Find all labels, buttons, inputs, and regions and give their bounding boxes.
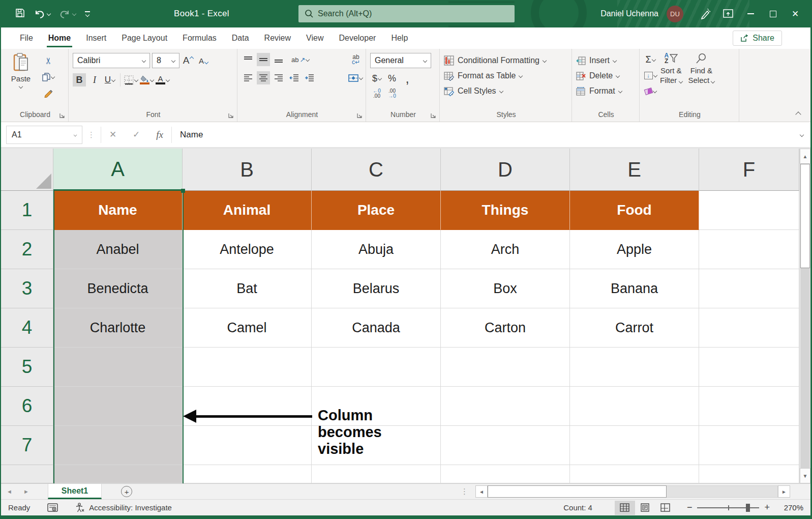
- scroll-down-icon[interactable]: ▼: [800, 468, 810, 483]
- cell-F7[interactable]: [699, 426, 799, 465]
- increase-indent-button[interactable]: [303, 71, 316, 84]
- dialog-launcher-icon[interactable]: [59, 112, 65, 119]
- cell-B4[interactable]: Camel: [183, 308, 312, 348]
- copy-button[interactable]: [42, 70, 55, 83]
- page-break-preview-button[interactable]: [655, 501, 676, 515]
- format-as-table-button[interactable]: Format as Table: [444, 68, 568, 83]
- minimize-button[interactable]: [739, 0, 762, 27]
- cell-D5[interactable]: [441, 348, 570, 387]
- cell-A6[interactable]: [53, 387, 183, 426]
- zoom-out-button[interactable]: −: [687, 502, 693, 513]
- cell-D4[interactable]: Carton: [441, 308, 570, 348]
- cell-E5[interactable]: [570, 348, 699, 387]
- tab-insert[interactable]: Insert: [78, 27, 114, 49]
- cell-E3[interactable]: Banana: [570, 269, 699, 308]
- increase-decimal-button[interactable]: ←0.00: [370, 87, 383, 100]
- row-header-2[interactable]: 2: [1, 230, 53, 269]
- cell-partial-D[interactable]: [441, 465, 570, 483]
- row-header-partial[interactable]: [1, 465, 53, 483]
- column-header-F[interactable]: F: [699, 149, 799, 191]
- align-center-button[interactable]: [257, 71, 270, 84]
- cell-A3[interactable]: Benedicta: [53, 269, 183, 308]
- previous-sheet-icon[interactable]: ◄: [1, 484, 18, 499]
- dialog-launcher-icon[interactable]: [356, 112, 363, 119]
- page-layout-view-button[interactable]: [635, 501, 655, 515]
- cell-F4[interactable]: [699, 308, 799, 348]
- collapse-ribbon-icon[interactable]: [795, 111, 801, 117]
- font-color-button[interactable]: A: [156, 73, 169, 86]
- bottom-align-button[interactable]: [272, 53, 285, 66]
- ribbon-display-options-icon[interactable]: [717, 0, 739, 27]
- delete-cells-button[interactable]: Delete: [576, 68, 636, 83]
- expand-formula-bar-icon[interactable]: [800, 132, 804, 136]
- merge-center-button[interactable]: [348, 71, 363, 84]
- column-header-D[interactable]: D: [441, 149, 570, 191]
- close-button[interactable]: ✕: [784, 0, 806, 27]
- accessibility-status[interactable]: Accessibility: Investigate: [75, 503, 172, 512]
- tab-home[interactable]: Home: [41, 27, 78, 49]
- formula-input[interactable]: Name: [180, 130, 203, 140]
- orientation-button[interactable]: ab ↗: [291, 53, 309, 66]
- cell-C3[interactable]: Belarus: [312, 269, 441, 308]
- normal-view-button[interactable]: [615, 501, 635, 515]
- select-all-corner[interactable]: [1, 149, 53, 191]
- fill-color-button[interactable]: [140, 73, 154, 86]
- cell-A2[interactable]: Anabel: [53, 230, 183, 269]
- cell-C4[interactable]: Canada: [312, 308, 441, 348]
- cell-B6[interactable]: [183, 387, 312, 426]
- vertical-scrollbar-track[interactable]: [800, 268, 810, 468]
- avatar[interactable]: DU: [667, 6, 683, 22]
- cell-B2[interactable]: Antelope: [183, 230, 312, 269]
- customize-quick-access-button[interactable]: [85, 11, 90, 16]
- zoom-slider[interactable]: [697, 507, 759, 508]
- decrease-decimal-button[interactable]: .00→0: [385, 87, 399, 100]
- font-family-select[interactable]: Calibri: [73, 53, 150, 68]
- cell-C6[interactable]: [312, 387, 441, 426]
- cell-E7[interactable]: [570, 426, 699, 465]
- redo-button[interactable]: [59, 9, 76, 19]
- zoom-level[interactable]: 270%: [777, 503, 803, 512]
- column-header-C[interactable]: C: [312, 149, 441, 191]
- cell-D3[interactable]: Box: [441, 269, 570, 308]
- cell-F3[interactable]: [699, 269, 799, 308]
- insert-function-button[interactable]: fx: [148, 126, 171, 144]
- cell-D2[interactable]: Arch: [441, 230, 570, 269]
- cell-A1[interactable]: Name: [53, 191, 183, 230]
- undo-button[interactable]: [34, 9, 50, 19]
- cell-B5[interactable]: [183, 348, 312, 387]
- top-align-button[interactable]: [242, 53, 255, 66]
- tab-review[interactable]: Review: [257, 27, 298, 49]
- enter-entry-button[interactable]: ✓: [125, 126, 148, 144]
- scroll-right-icon[interactable]: ►: [778, 485, 790, 498]
- format-painter-button[interactable]: [42, 86, 55, 100]
- maximize-button[interactable]: [762, 0, 784, 27]
- row-header-1[interactable]: 1: [1, 191, 53, 230]
- paste-button[interactable]: Paste: [5, 53, 37, 88]
- number-format-select[interactable]: General: [370, 53, 431, 68]
- cell-A7[interactable]: [53, 426, 183, 465]
- percent-style-button[interactable]: %: [385, 72, 399, 85]
- cell-D6[interactable]: [441, 387, 570, 426]
- tab-developer[interactable]: Developer: [331, 27, 383, 49]
- borders-button[interactable]: [124, 73, 138, 86]
- scroll-up-icon[interactable]: ▲: [800, 149, 810, 164]
- row-header-3[interactable]: 3: [1, 269, 53, 308]
- cell-partial-A[interactable]: [53, 465, 183, 483]
- cell-E2[interactable]: Apple: [570, 230, 699, 269]
- cell-partial-E[interactable]: [570, 465, 699, 483]
- feedback-pen-icon[interactable]: [695, 0, 717, 27]
- scroll-left-icon[interactable]: ◄: [475, 485, 488, 498]
- conditional-formatting-button[interactable]: Conditional Formatting: [444, 53, 568, 68]
- cell-B1[interactable]: Animal: [183, 191, 312, 230]
- next-sheet-icon[interactable]: ►: [18, 484, 35, 499]
- dialog-launcher-icon[interactable]: [228, 112, 234, 119]
- cell-styles-button[interactable]: Cell Styles: [444, 83, 568, 99]
- autosum-button[interactable]: Σ: [644, 53, 657, 66]
- cell-B7[interactable]: [183, 426, 312, 465]
- dialog-launcher-icon[interactable]: [430, 112, 436, 119]
- horizontal-scrollbar-track[interactable]: [667, 485, 778, 498]
- column-header-A[interactable]: A: [53, 149, 183, 191]
- find-select-button[interactable]: Find &Select: [685, 53, 718, 98]
- tab-formulas[interactable]: Formulas: [175, 27, 224, 49]
- cell-D1[interactable]: Things: [441, 191, 570, 230]
